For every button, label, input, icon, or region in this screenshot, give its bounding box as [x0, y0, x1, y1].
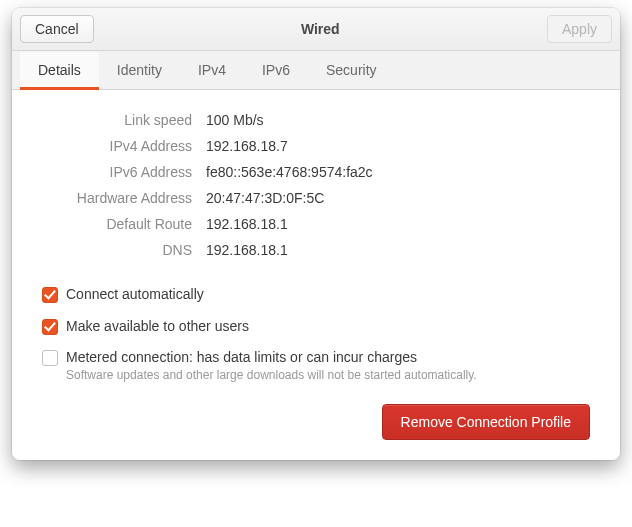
settings-dialog: Cancel Wired Apply Details Identity IPv4…: [12, 8, 620, 460]
ipv4-address-value: 192.168.18.7: [206, 138, 590, 154]
hardware-address-value: 20:47:47:3D:0F:5C: [206, 190, 590, 206]
metered-connection-checkbox[interactable]: [42, 350, 58, 366]
ipv6-address-value: fe80::563e:4768:9574:fa2c: [206, 164, 590, 180]
ipv6-address-label: IPv6 Address: [42, 164, 192, 180]
make-available-row: Make available to other users: [42, 318, 590, 336]
connect-automatically-checkbox[interactable]: [42, 287, 58, 303]
metered-connection-sublabel: Software updates and other large downloa…: [66, 368, 477, 382]
tab-bar: Details Identity IPv4 IPv6 Security: [12, 51, 620, 90]
default-route-label: Default Route: [42, 216, 192, 232]
tab-details[interactable]: Details: [20, 52, 99, 90]
titlebar: Cancel Wired Apply: [12, 8, 620, 51]
tab-ipv6[interactable]: IPv6: [244, 52, 308, 90]
tab-security[interactable]: Security: [308, 52, 395, 90]
link-speed-value: 100 Mb/s: [206, 112, 590, 128]
cancel-button[interactable]: Cancel: [20, 15, 94, 43]
dns-value: 192.168.18.1: [206, 242, 590, 258]
link-speed-label: Link speed: [42, 112, 192, 128]
connect-automatically-label: Connect automatically: [66, 286, 204, 304]
window-title: Wired: [301, 21, 340, 37]
metered-connection-row: Metered connection: has data limits or c…: [42, 349, 590, 382]
ipv4-address-label: IPv4 Address: [42, 138, 192, 154]
tab-identity[interactable]: Identity: [99, 52, 180, 90]
footer: Remove Connection Profile: [42, 396, 590, 440]
tab-ipv4[interactable]: IPv4: [180, 52, 244, 90]
dns-label: DNS: [42, 242, 192, 258]
remove-connection-button[interactable]: Remove Connection Profile: [382, 404, 590, 440]
hardware-address-label: Hardware Address: [42, 190, 192, 206]
details-panel: Link speed 100 Mb/s IPv4 Address 192.168…: [12, 90, 620, 460]
details-grid: Link speed 100 Mb/s IPv4 Address 192.168…: [42, 112, 590, 258]
make-available-label: Make available to other users: [66, 318, 249, 336]
make-available-checkbox[interactable]: [42, 319, 58, 335]
metered-connection-label: Metered connection: has data limits or c…: [66, 349, 477, 367]
default-route-value: 192.168.18.1: [206, 216, 590, 232]
options-list: Connect automatically Make available to …: [42, 286, 590, 382]
connect-automatically-row: Connect automatically: [42, 286, 590, 304]
apply-button[interactable]: Apply: [547, 15, 612, 43]
